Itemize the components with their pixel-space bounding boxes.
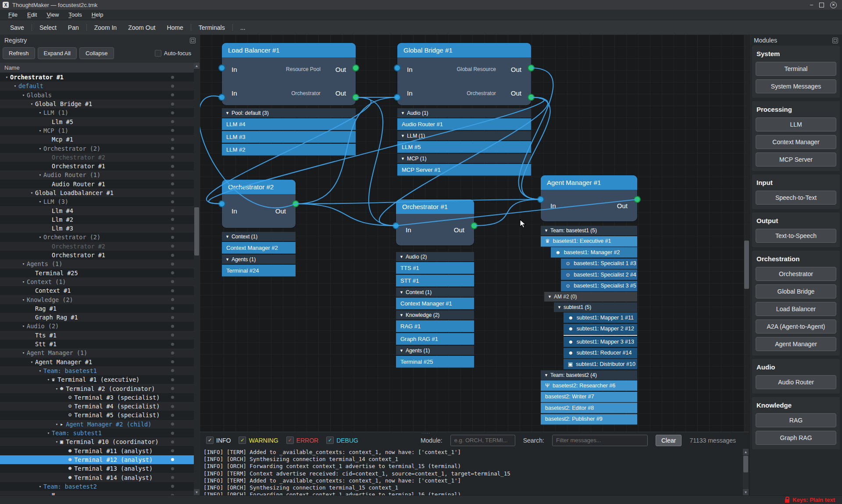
- registry-tree-row[interactable]: Orchestrator #1: [0, 162, 194, 170]
- module-button-terminal[interactable]: Terminal: [756, 62, 836, 76]
- node-list-item[interactable]: basetest2: Publisher #9: [541, 414, 637, 425]
- node-title[interactable]: Load Balancer #1: [222, 43, 356, 57]
- panel-resize-handle[interactable]: ⋅⋅⋅⋅⋅: [421, 431, 431, 436]
- toolbar-home[interactable]: Home: [161, 24, 189, 31]
- input-port-dot[interactable]: [394, 94, 401, 101]
- node-list-item[interactable]: Context Manager #1: [396, 298, 474, 309]
- menu-edit[interactable]: Edit: [22, 11, 42, 18]
- node-list-item[interactable]: ☻subtest1: Mapper 3 #13: [564, 337, 637, 347]
- node-list-item[interactable]: basetest2: Editor #8: [541, 403, 637, 413]
- registry-tree-row[interactable]: ▾Agents (1): [0, 259, 194, 268]
- expand-all-button[interactable]: Expand All: [38, 47, 77, 59]
- module-button-load-balancer[interactable]: Load Balancer: [756, 302, 836, 316]
- node-list-group-header[interactable]: ▼Pool: default (3): [222, 108, 356, 117]
- output-port-dot[interactable]: [634, 196, 641, 203]
- registry-tree-row[interactable]: ▾Agent Manager (1): [0, 348, 194, 357]
- output-port-dot[interactable]: [352, 94, 359, 101]
- node-list-group-header[interactable]: ▼Team: basetest1 (5): [541, 226, 637, 235]
- module-button-context-manager[interactable]: Context Manager: [756, 135, 836, 149]
- tree-expand-arrow-icon[interactable]: ▾: [45, 431, 52, 435]
- registry-tree-row[interactable]: ▾LLM (1): [0, 108, 194, 117]
- node-list-group-header[interactable]: ▼Knowledge (2): [396, 310, 474, 319]
- tree-expand-arrow-icon[interactable]: ▾: [45, 377, 52, 382]
- node-o1[interactable]: Orchestrator #1InOut: [396, 199, 474, 245]
- registry-tree-row[interactable]: Graph Rag #1: [0, 313, 194, 322]
- registry-tree-row[interactable]: Ψ: [0, 491, 194, 495]
- tree-expand-arrow-icon[interactable]: ▾: [54, 422, 60, 426]
- node-list-item[interactable]: Graph RAG #1: [396, 333, 474, 345]
- registry-tree-row[interactable]: ☺Terminal #5 (specialist): [0, 411, 194, 419]
- input-port-dot[interactable]: [392, 222, 400, 229]
- tree-expand-arrow-icon[interactable]: ▾: [37, 128, 43, 133]
- tree-expand-arrow-icon[interactable]: ▾: [20, 351, 27, 355]
- node-list-item[interactable]: Context Manager #2: [222, 242, 296, 254]
- log-filter-warning[interactable]: ✓WARNING: [239, 437, 278, 444]
- tree-expand-arrow-icon[interactable]: ▾: [20, 262, 27, 266]
- search-input[interactable]: [552, 435, 648, 446]
- registry-tree-row[interactable]: ▾Context (1): [0, 277, 194, 286]
- node-list-item[interactable]: LLM #5: [397, 141, 531, 153]
- input-port-dot[interactable]: [218, 94, 225, 101]
- tree-expand-arrow-icon[interactable]: ▾: [54, 387, 60, 391]
- tree-expand-arrow-icon[interactable]: ▾: [20, 93, 27, 97]
- node-list-item[interactable]: LLM #3: [222, 131, 356, 143]
- registry-tree-row[interactable]: ▾default: [0, 82, 194, 90]
- log-filter-debug[interactable]: ✓DEBUG: [326, 437, 358, 444]
- module-button-rag[interactable]: RAG: [756, 413, 836, 427]
- output-port-dot[interactable]: [292, 200, 299, 207]
- module-button-llm[interactable]: LLM: [756, 117, 836, 131]
- output-port-dot[interactable]: [528, 94, 535, 101]
- toolbar-terminals[interactable]: Terminals: [193, 24, 231, 31]
- tree-expand-arrow-icon[interactable]: ▾: [29, 102, 35, 106]
- node-list-item[interactable]: ☻subtest1: Reducer #14: [564, 348, 637, 358]
- registry-tree-row[interactable]: ☻Terminal #14 (analyst): [0, 473, 194, 482]
- node-list-group-header[interactable]: ▼Agents (1): [222, 255, 296, 264]
- collapse-button[interactable]: Collapse: [79, 47, 114, 59]
- tree-expand-arrow-icon[interactable]: ▾: [29, 360, 35, 364]
- node-list-group-header[interactable]: ▼Context (1): [396, 287, 474, 297]
- toolbar-zoom-in[interactable]: Zoom In: [89, 24, 122, 31]
- node-list-item[interactable]: ♛basetest1: Executive #1: [541, 236, 637, 247]
- output-port-dot[interactable]: [528, 64, 535, 71]
- registry-scroll-thumb[interactable]: [194, 207, 199, 256]
- registry-tree-row[interactable]: Llm #4: [0, 206, 194, 215]
- menu-view[interactable]: View: [42, 11, 64, 18]
- input-port-dot[interactable]: [218, 200, 225, 207]
- tree-expand-arrow-icon[interactable]: ▾: [37, 110, 43, 115]
- node-list-item[interactable]: ☺basetest1: Specialist 1 #3: [561, 259, 637, 269]
- node-list-item[interactable]: Terminal #25: [396, 356, 474, 368]
- registry-tree-row[interactable]: ▾Team: subtest1: [0, 429, 194, 437]
- autofocus-toggle[interactable]: Auto-focus: [155, 50, 197, 57]
- module-button-agent-manager[interactable]: Agent Manager: [756, 337, 836, 351]
- checkbox-checked-icon[interactable]: ✓: [326, 437, 334, 444]
- refresh-button[interactable]: Refresh: [3, 47, 35, 59]
- output-port-dot[interactable]: [471, 222, 478, 229]
- node-title[interactable]: Orchestrator #2: [222, 180, 296, 194]
- registry-tree-row[interactable]: ▾Team: basetest2: [0, 482, 194, 491]
- node-list-item[interactable]: Ψbasetest2: Researcher #6: [541, 380, 637, 391]
- node-list-item[interactable]: ☻subtest1: Mapper 1 #11: [564, 312, 637, 323]
- registry-tree-row[interactable]: ☻Terminal #12 (analyst): [0, 455, 194, 464]
- tree-expand-arrow-icon[interactable]: ▾: [37, 173, 43, 177]
- registry-tree-row[interactable]: ▾LLM (3): [0, 197, 194, 206]
- registry-scrollbar[interactable]: ▲ ▼: [194, 63, 200, 495]
- toolbar-pan[interactable]: Pan: [62, 24, 85, 31]
- registry-tree-row[interactable]: ☻Terminal #13 (analyst): [0, 464, 194, 473]
- registry-tree-row[interactable]: Orchestrator #2: [0, 242, 194, 251]
- toolbar-save[interactable]: Save: [4, 24, 30, 31]
- module-button-speech-to-text[interactable]: Speech-to-Text: [756, 191, 836, 205]
- registry-tree-row[interactable]: ▾▣Terminal #10 (coordinator): [0, 437, 194, 446]
- module-button-a2a-agent-to-agent-[interactable]: A2A (Agent-to-Agent): [756, 319, 836, 334]
- node-list-item[interactable]: ☺basetest1: Specialist 2 #4: [561, 270, 637, 280]
- node-o2[interactable]: Orchestrator #2InOut: [222, 180, 296, 228]
- registry-tree-row[interactable]: Orchestrator #2: [0, 153, 194, 162]
- checkbox-checked-icon[interactable]: ✓: [206, 437, 214, 444]
- module-button-orchestrator[interactable]: Orchestrator: [756, 267, 836, 281]
- menu-help[interactable]: Help: [87, 11, 108, 18]
- node-list-group-header[interactable]: ▼AM #2 (0): [544, 292, 637, 302]
- graph-canvas[interactable]: Load Balancer #1InResource PoolOutInOrch…: [200, 35, 749, 432]
- tree-expand-arrow-icon[interactable]: ▾: [20, 280, 27, 284]
- connection-edge[interactable]: [474, 199, 541, 226]
- node-list-item[interactable]: ☻basetest1: Manager #2: [551, 247, 637, 258]
- tree-expand-arrow-icon[interactable]: ▾: [12, 84, 18, 88]
